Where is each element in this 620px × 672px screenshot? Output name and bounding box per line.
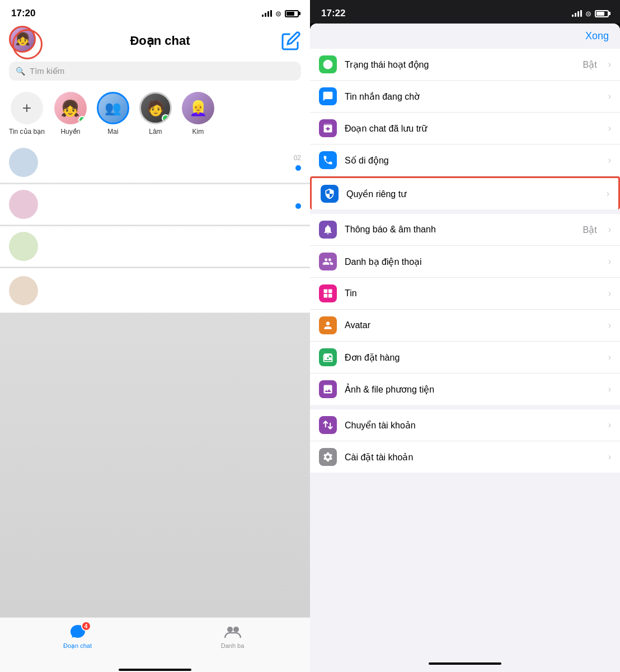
story-label-kim: Kim [192, 128, 204, 136]
chat-avatar-2 [9, 190, 38, 219]
settings-section-3: Chuyển tài khoản › Cài đặt tài khoản › [310, 409, 620, 473]
settings-item-media[interactable]: Ảnh & file phương tiện › [310, 374, 620, 405]
settings-item-account[interactable]: Cài đặt tài khoản › [310, 441, 620, 473]
avatar-label: Avatar [345, 320, 600, 330]
chat-list-blur: 02 [0, 142, 310, 617]
archived-label: Đoạn chat đã lưu trữ [345, 123, 600, 134]
search-placeholder: Tìm kiếm [30, 66, 64, 76]
add-icon: + [22, 99, 31, 117]
chat-avatar-1 [9, 148, 38, 177]
media-icon [319, 380, 337, 398]
timestamp-1: 02 [294, 154, 301, 162]
contacts-set-label: Danh bạ điện thoại [345, 256, 600, 267]
active-status-label: Trạng thái hoạt động [345, 59, 575, 70]
nav-icon-contacts-wrap [222, 623, 244, 640]
done-button[interactable]: Xong [585, 30, 609, 42]
story-avatar-mai: 👥 [97, 92, 129, 124]
status-icons-left: ⊜ [262, 10, 299, 18]
archived-svg [322, 123, 334, 134]
settings-item-avatar[interactable]: Avatar › [310, 310, 620, 342]
chevron-icon-5: › [608, 225, 611, 235]
story-item-add[interactable]: + Tin của bạn [9, 92, 45, 136]
svg-rect-3 [324, 290, 328, 293]
notifications-svg [322, 224, 334, 235]
svg-point-8 [327, 357, 328, 359]
contacts-set-icon [319, 253, 337, 270]
story-item-lam[interactable]: 🧑 Lâm [139, 92, 172, 136]
settings-section-1: Trạng thái hoạt động Bật › Tin nhắn đang… [310, 49, 620, 209]
story-item-mai[interactable]: 👥 Mai [96, 92, 130, 136]
home-indicator-right [310, 655, 620, 672]
notifications-icon [319, 221, 337, 239]
archived-icon [319, 119, 337, 137]
table-row[interactable]: 02 [0, 142, 310, 183]
story-label-huyen: Huyền [60, 128, 80, 136]
status-time-right: 17:22 [321, 8, 345, 19]
table-row[interactable] [0, 226, 310, 267]
search-icon: 🔍 [16, 67, 25, 76]
status-time-left: 17:20 [11, 8, 35, 19]
account-label: Cài đặt tài khoản [345, 452, 600, 463]
chevron-icon-12: › [608, 452, 611, 462]
chevron-icon-7: › [608, 288, 611, 298]
chat-avatar-4 [9, 276, 38, 305]
nav-item-contacts[interactable]: Danh ba [210, 623, 255, 649]
settings-item-pending[interactable]: Tin nhắn đang chờ › [310, 81, 620, 113]
privacy-svg [324, 188, 335, 199]
chevron-icon-10: › [608, 384, 611, 394]
settings-item-contacts-set[interactable]: Danh bạ điện thoại › [310, 246, 620, 278]
contacts-set-svg [322, 256, 334, 267]
settings-section-2: Thông báo & âm thanh Bật › Danh bạ điện … [310, 214, 620, 405]
notifications-value: Bật [583, 225, 597, 235]
nav-item-chats[interactable]: 4 Đoạn chat [55, 623, 100, 650]
settings-item-notifications[interactable]: Thông báo & âm thanh Bật › [310, 214, 620, 246]
chevron-icon-0: › [608, 59, 611, 69]
settings-item-privacy[interactable]: Quyền riêng tư › [310, 176, 620, 209]
chat-meta-1: 02 [294, 154, 301, 171]
settings-item-transfer[interactable]: Chuyển tài khoản › [310, 409, 620, 441]
table-row[interactable] [0, 184, 310, 225]
pending-svg [322, 91, 334, 102]
story-avatar-lam: 🧑 [139, 92, 172, 124]
user-avatar-container[interactable]: 👧 [9, 26, 39, 56]
media-label: Ảnh & file phương tiện [345, 384, 600, 395]
settings-header: Xong [310, 24, 620, 49]
active-status-value: Bật [583, 59, 597, 70]
stories-row: + Tin của bạn 👧 Huyền 👥 Mai 🧑 Lâm [0, 87, 310, 142]
wifi-icon-right: ⊜ [585, 10, 591, 18]
phone-icon [319, 151, 337, 169]
search-bar[interactable]: 🔍 Tìm kiếm [9, 62, 301, 81]
status-bar-right: 17:22 ⊜ [310, 0, 620, 24]
home-indicator-left [0, 668, 310, 672]
story-label-mai: Mai [107, 128, 118, 136]
online-indicator-lam [162, 114, 170, 122]
orders-icon [319, 348, 337, 366]
privacy-label: Quyền riêng tư [346, 189, 599, 199]
battery-icon [285, 10, 299, 17]
chevron-icon-1: › [608, 91, 611, 101]
chevron-icon-6: › [608, 256, 611, 267]
story-avatar-huyen: 👧 [54, 92, 87, 124]
chevron-icon-4: › [607, 189, 609, 199]
chevron-icon-9: › [608, 352, 611, 362]
status-bar-left: 17:20 ⊜ [0, 0, 310, 24]
settings-item-phone[interactable]: Số di động › [310, 144, 620, 176]
stories-icon [319, 284, 337, 302]
avatar-svg [322, 320, 334, 331]
page-title: Đoạn chat [130, 34, 190, 48]
settings-item-archived[interactable]: Đoạn chat đã lưu trữ › [310, 113, 620, 144]
settings-item-orders[interactable]: Đơn đặt hàng › [310, 342, 620, 374]
svg-point-0 [227, 627, 233, 632]
settings-item-stories[interactable]: Tin › [310, 278, 620, 310]
compose-icon [281, 31, 301, 51]
story-item-huyen[interactable]: 👧 Huyền [54, 92, 87, 136]
story-item-kim[interactable]: 👱‍♀️ Kim [181, 92, 215, 136]
home-bar-left [119, 669, 191, 671]
table-row[interactable] [0, 268, 310, 313]
compose-button[interactable] [281, 31, 301, 51]
avatar-icon [319, 316, 337, 334]
settings-item-active-status[interactable]: Trạng thái hoạt động Bật › [310, 49, 620, 81]
notifications-label: Thông báo & âm thanh [345, 225, 575, 235]
orders-label: Đơn đặt hàng [345, 352, 600, 363]
bottom-nav: 4 Đoạn chat Danh ba [0, 617, 310, 668]
